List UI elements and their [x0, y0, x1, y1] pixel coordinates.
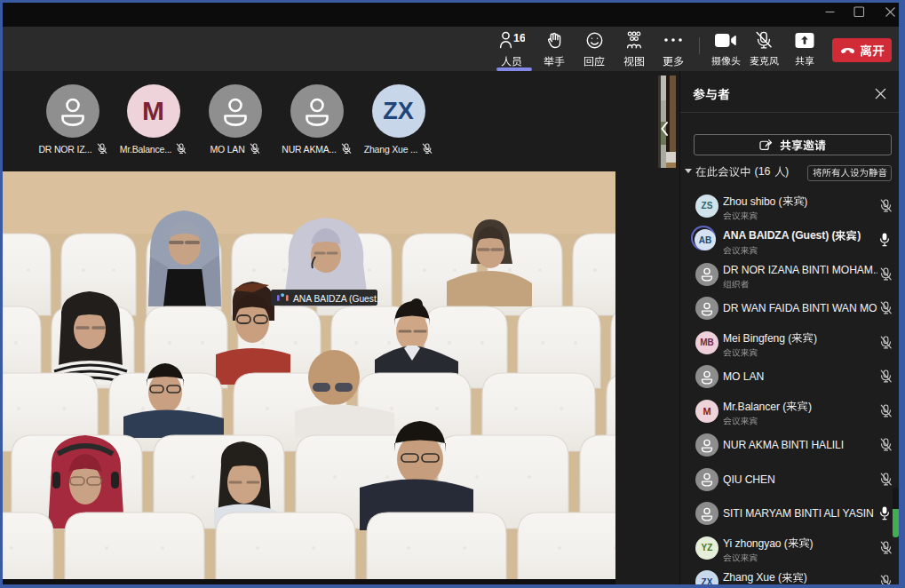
svg-text:16: 16 [513, 32, 525, 44]
svg-text:ANA BAIDZA (Guest...: ANA BAIDZA (Guest... [293, 294, 384, 304]
